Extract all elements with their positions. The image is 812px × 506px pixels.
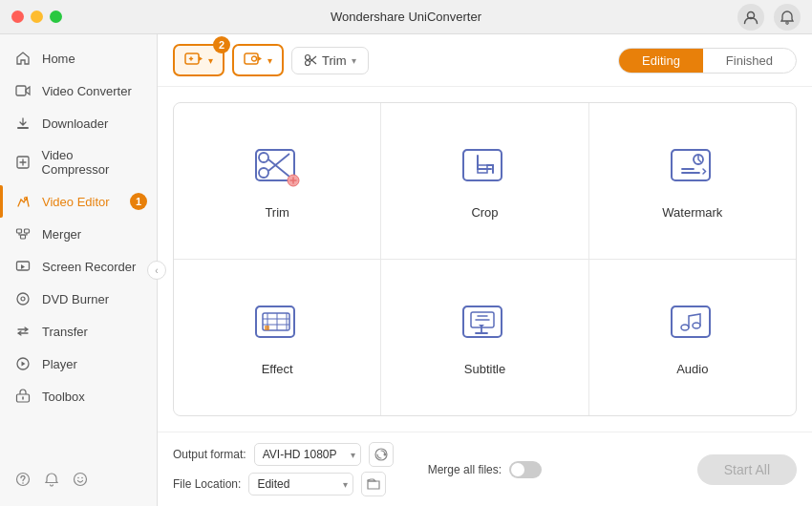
sidebar-item-label: Home bbox=[42, 52, 75, 66]
output-format-icon-btn[interactable] bbox=[369, 442, 394, 467]
sidebar-item-label: Merger bbox=[42, 227, 81, 242]
svg-point-47 bbox=[383, 453, 386, 456]
trim-card[interactable]: Trim bbox=[174, 103, 380, 259]
svg-point-1 bbox=[786, 21, 788, 23]
feedback-icon[interactable] bbox=[73, 472, 88, 487]
sidebar-item-transfer[interactable]: Transfer bbox=[0, 315, 157, 348]
svg-point-19 bbox=[81, 477, 83, 479]
home-icon bbox=[15, 51, 32, 66]
merge-toggle[interactable] bbox=[509, 461, 542, 478]
player-icon bbox=[15, 356, 32, 371]
toolbox-icon bbox=[15, 389, 32, 404]
downloader-icon bbox=[15, 116, 32, 131]
svg-point-26 bbox=[259, 153, 268, 162]
sidebar-item-video-editor[interactable]: Video Editor 1 bbox=[0, 185, 157, 218]
add-media-icon bbox=[184, 52, 203, 69]
svg-rect-3 bbox=[17, 127, 29, 129]
svg-point-10 bbox=[17, 293, 29, 305]
video-converter-icon bbox=[15, 83, 32, 98]
sidebar-item-label: DVD Burner bbox=[42, 292, 109, 306]
svg-point-27 bbox=[259, 168, 268, 178]
svg-point-24 bbox=[306, 61, 310, 66]
svg-rect-31 bbox=[672, 150, 710, 180]
audio-card-icon bbox=[668, 299, 717, 348]
output-format-select[interactable]: AVI-HD 1080P bbox=[254, 443, 361, 466]
content-area: ▾ 2 ▾ Trim bbox=[158, 34, 812, 506]
sidebar-item-video-converter[interactable]: Video Converter bbox=[0, 74, 157, 107]
svg-rect-33 bbox=[256, 306, 294, 337]
crop-card[interactable]: Crop bbox=[381, 103, 588, 259]
svg-point-11 bbox=[21, 297, 25, 301]
start-all-button[interactable]: Start All bbox=[697, 454, 797, 485]
minimize-button[interactable] bbox=[31, 11, 43, 23]
svg-point-44 bbox=[681, 325, 689, 330]
sidebar-item-video-compressor[interactable]: Video Compressor bbox=[0, 139, 157, 185]
svg-rect-6 bbox=[17, 229, 22, 233]
svg-point-22 bbox=[252, 56, 257, 61]
sidebar-item-label: Video Compressor bbox=[42, 148, 141, 177]
finished-tab[interactable]: Finished bbox=[703, 49, 796, 73]
svg-rect-7 bbox=[25, 229, 30, 233]
sidebar-footer bbox=[0, 460, 157, 498]
help-icon[interactable] bbox=[15, 472, 31, 487]
effect-icon bbox=[244, 52, 263, 69]
sidebar-notification-icon[interactable] bbox=[44, 472, 59, 487]
sidebar-item-label: Downloader bbox=[42, 116, 108, 131]
title-actions bbox=[737, 4, 801, 31]
effect-button[interactable]: ▾ bbox=[232, 44, 284, 76]
svg-rect-40 bbox=[265, 326, 269, 330]
trim-button[interactable]: Trim ▾ bbox=[291, 47, 369, 74]
notification-icon[interactable] bbox=[774, 4, 801, 31]
watermark-card[interactable]: Watermark bbox=[589, 103, 796, 259]
audio-label: Audio bbox=[676, 362, 708, 376]
maximize-button[interactable] bbox=[50, 11, 62, 23]
user-icon[interactable] bbox=[737, 4, 764, 31]
bottom-bar: Output format: AVI-HD 1080P bbox=[158, 432, 812, 506]
merger-icon bbox=[15, 226, 32, 242]
svg-rect-43 bbox=[672, 306, 710, 337]
add-media-chevron: ▾ bbox=[208, 55, 213, 66]
sidebar-item-player[interactable]: Player bbox=[0, 348, 157, 380]
svg-rect-8 bbox=[21, 235, 26, 239]
file-location-icon-btn[interactable] bbox=[361, 472, 386, 496]
effect-card[interactable]: Effect bbox=[174, 260, 380, 415]
sidebar-item-toolbox[interactable]: Toolbox bbox=[0, 380, 157, 412]
output-format-select-wrap[interactable]: AVI-HD 1080P bbox=[254, 443, 361, 466]
sidebar-collapse[interactable]: ‹ bbox=[147, 261, 166, 280]
sidebar-item-dvd-burner[interactable]: DVD Burner bbox=[0, 283, 157, 315]
video-compressor-icon bbox=[15, 155, 32, 170]
video-editor-icon bbox=[15, 194, 32, 209]
crop-label: Crop bbox=[471, 205, 498, 220]
sidebar-item-screen-recorder[interactable]: Screen Recorder bbox=[0, 250, 157, 283]
subtitle-label: Subtitle bbox=[464, 362, 505, 376]
editor-grid: Trim Crop bbox=[173, 102, 797, 416]
subtitle-card-icon bbox=[459, 299, 509, 348]
editing-tabs: Editing Finished bbox=[618, 48, 797, 74]
merge-section: Merge all files: bbox=[428, 461, 542, 478]
editing-tab[interactable]: Editing bbox=[619, 49, 703, 73]
window-controls bbox=[11, 11, 62, 23]
file-location-select-wrap[interactable]: Edited bbox=[248, 473, 353, 495]
close-button[interactable] bbox=[11, 11, 24, 23]
video-editor-badge: 1 bbox=[130, 193, 147, 210]
audio-card[interactable]: Audio bbox=[589, 260, 796, 415]
subtitle-card[interactable]: Subtitle bbox=[381, 260, 588, 415]
svg-point-23 bbox=[306, 55, 310, 60]
trim-card-icon bbox=[252, 142, 302, 192]
watermark-card-icon bbox=[668, 142, 717, 192]
dvd-burner-icon bbox=[15, 291, 32, 306]
sidebar-item-merger[interactable]: Merger bbox=[0, 218, 157, 250]
watermark-label: Watermark bbox=[662, 205, 722, 220]
file-location-select[interactable]: Edited bbox=[248, 473, 353, 495]
crop-card-icon bbox=[459, 142, 509, 192]
add-media-button[interactable]: ▾ 2 bbox=[173, 44, 224, 76]
sidebar-item-label: Toolbox bbox=[42, 390, 85, 404]
screen-recorder-icon bbox=[15, 259, 32, 274]
sidebar-item-downloader[interactable]: Downloader bbox=[0, 107, 157, 139]
output-format-field: Output format: AVI-HD 1080P bbox=[173, 442, 394, 467]
sidebar-item-label: Player bbox=[42, 357, 77, 371]
output-format-label: Output format: bbox=[173, 448, 246, 461]
file-location-field: File Location: Edited bbox=[173, 472, 394, 496]
merge-label: Merge all files: bbox=[428, 463, 502, 476]
sidebar-item-home[interactable]: Home bbox=[0, 42, 157, 74]
